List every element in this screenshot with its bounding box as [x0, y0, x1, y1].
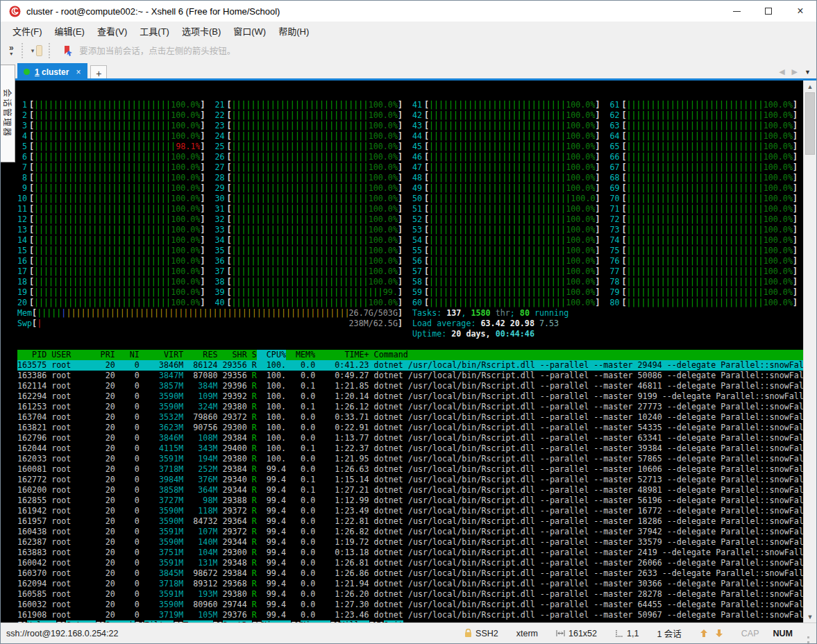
tab-scroll-right-icon[interactable]: ▶ — [792, 67, 798, 76]
cpu-meter-32: 32[|||||||||||||||||||||||||||||||||||||… — [215, 214, 403, 225]
terminal[interactable]: 1[||||||||||||||||||||||||||||||||||||||… — [1, 80, 803, 622]
process-row-160042: 160042 root2003591M131M29348R99.40.01:26… — [17, 558, 803, 568]
cpu-meter-30: 30[|||||||||||||||||||||||||||||||||||||… — [215, 194, 403, 204]
window-title: cluster - root@compute002:~ - Xshell 6 (… — [26, 6, 280, 17]
toolbar-separator — [49, 43, 52, 58]
process-row-160200: 160200 root2003858M364M29344R99.40.11:27… — [17, 485, 803, 495]
process-row-160370: 160370 root2003845M9867229384R99.40.01:2… — [17, 568, 803, 579]
menu-file[interactable]: 文件(F) — [6, 22, 49, 40]
menubar: 文件(F) 编辑(E) 查看(V) 工具(T) 选项卡(B) 窗口(W) 帮助(… — [1, 22, 816, 40]
minimize-button[interactable] — [721, 1, 752, 22]
cpu-meter-6: 6[||||||||||||||||||||||||||||||||||||||… — [17, 152, 205, 162]
menu-window[interactable]: 窗口(W) — [227, 22, 272, 40]
cpu-meter-68: 68[|||||||||||||||||||||||||||||||||||||… — [610, 173, 798, 183]
sidebar-session-manager-tab[interactable]: 会话管理器 — [1, 65, 15, 162]
arrow-down-icon[interactable] — [715, 629, 723, 638]
close-button[interactable]: × — [784, 1, 816, 22]
process-row-161908: 161908 root2003719M105M29376R99.40.01:23… — [17, 610, 803, 620]
cpu-meter-25: 25[|||||||||||||||||||||||||||||||||||||… — [215, 142, 403, 152]
scroll-up-icon[interactable]: ▲ — [804, 80, 816, 92]
process-row-163704: 163704 root2003532M7986029372R100.0.00:3… — [17, 412, 803, 423]
cpu-meter-23: 23[|||||||||||||||||||||||||||||||||||||… — [215, 121, 403, 131]
cpu-meter-36: 36[|||||||||||||||||||||||||||||||||||||… — [215, 256, 403, 266]
tab-close-icon[interactable]: × — [76, 67, 81, 77]
cpu-meter-18: 18[|||||||||||||||||||||||||||||||||||||… — [17, 277, 205, 287]
column-header-time: TIME+ — [315, 350, 369, 360]
cpu-meter-33: 33[|||||||||||||||||||||||||||||||||||||… — [215, 225, 403, 235]
cpu-meter-64: 64[|||||||||||||||||||||||||||||||||||||… — [610, 131, 798, 142]
session-manager-label: 会话管理器 — [2, 89, 14, 137]
column-header-ni: NI — [115, 350, 140, 360]
cpu-meter-50: 50[|||||||||||||||||||||||||||||||||||||… — [412, 194, 600, 204]
fkey-f7: F7 — [252, 620, 262, 622]
column-header-cpu: CPU% — [257, 350, 286, 360]
resize-grip[interactable] — [802, 636, 809, 643]
cpu-meters: 1[||||||||||||||||||||||||||||||||||||||… — [17, 100, 798, 308]
cpu-meter-24: 24[|||||||||||||||||||||||||||||||||||||… — [215, 131, 403, 142]
cpu-meter-38: 38[|||||||||||||||||||||||||||||||||||||… — [215, 277, 403, 287]
cpu-meter-14: 14[|||||||||||||||||||||||||||||||||||||… — [17, 235, 205, 246]
cpu-meter-65: 65[|||||||||||||||||||||||||||||||||||||… — [610, 142, 798, 152]
process-row-163883: 163883 root2003751M104M29300R99.40.00:13… — [17, 548, 803, 558]
cpu-meter-47: 47[|||||||||||||||||||||||||||||||||||||… — [412, 162, 600, 173]
cpu-meter-58: 58[|||||||||||||||||||||||||||||||||||||… — [412, 277, 600, 287]
menu-tab[interactable]: 选项卡(B) — [176, 22, 227, 40]
toolbar-hint-text: 要添加当前会话，点击左侧的箭头按钮。 — [79, 44, 235, 57]
toolbar-overflow-button[interactable]: » ▾ — [5, 44, 18, 57]
cpu-meter-62: 62[|||||||||||||||||||||||||||||||||||||… — [610, 110, 798, 121]
terminal-scrollbar[interactable]: ▲ ▼ — [803, 80, 816, 622]
scroll-down-icon[interactable]: ▼ — [804, 611, 816, 622]
tab-label: 1 cluster — [35, 67, 69, 77]
cpu-meter-4: 4[||||||||||||||||||||||||||||||||||||||… — [17, 131, 205, 142]
menu-help[interactable]: 帮助(H) — [272, 22, 315, 40]
xshell-window: cluster - root@compute002:~ - Xshell 6 (… — [0, 0, 817, 644]
process-row-161253: 161253 root2003590M324M29380R100.0.11:26… — [17, 402, 803, 412]
cpu-meter-22: 22[|||||||||||||||||||||||||||||||||||||… — [215, 110, 403, 121]
cpu-meter-42: 42[|||||||||||||||||||||||||||||||||||||… — [412, 110, 600, 121]
maximize-button[interactable] — [752, 1, 784, 22]
xshell-logo-icon — [9, 6, 21, 17]
tab-list-dropdown-icon[interactable]: ▼ — [805, 69, 811, 76]
cpu-meter-63: 63[|||||||||||||||||||||||||||||||||||||… — [610, 121, 798, 131]
cpu-meter-20: 20[|||||||||||||||||||||||||||||||||||||… — [17, 298, 205, 308]
session-dropdown-button[interactable]: ▾ — [28, 45, 46, 56]
process-row-162094: 162094 root2003718M8931229368R99.40.01:2… — [17, 579, 803, 589]
process-row-160032: 160032 root2003590M8096029744R99.40.01:2… — [17, 600, 803, 610]
process-table: 163575 root2003846M8612429356R100.0.00:4… — [17, 360, 803, 620]
cpu-meter-19: 19[|||||||||||||||||||||||||||||||||||||… — [17, 287, 205, 298]
tab-scroll-left-icon[interactable]: ◀ — [779, 67, 784, 76]
session-count: 1 会话 — [657, 627, 681, 640]
column-header-shr: SHR — [217, 350, 246, 360]
terminal-area: 1[||||||||||||||||||||||||||||||||||||||… — [1, 80, 816, 622]
cpu-meter-11: 11[|||||||||||||||||||||||||||||||||||||… — [17, 204, 205, 214]
cpu-meter-80: 80[|||||||||||||||||||||||||||||||||||||… — [610, 298, 798, 308]
cpu-meter-15: 15[|||||||||||||||||||||||||||||||||||||… — [17, 246, 205, 256]
fkey-label-quit: Quit — [384, 620, 403, 622]
cpu-meter-54: 54[|||||||||||||||||||||||||||||||||||||… — [412, 235, 600, 246]
process-row-162796: 162796 root2003846M108M29384R100.0.01:13… — [17, 433, 803, 443]
fkey-f5: F5 — [174, 620, 183, 622]
process-table-header: PID USERPRINIVIRTRESSHRSCPU%MEM%TIME+ Co… — [17, 350, 803, 360]
cpu-meter-17: 17[|||||||||||||||||||||||||||||||||||||… — [17, 266, 205, 277]
cpu-meter-34: 34[|||||||||||||||||||||||||||||||||||||… — [215, 235, 403, 246]
session-doc-icon — [36, 45, 42, 56]
process-row-163386: 163386 root2003847M8708029356R100.0.00:4… — [17, 371, 803, 381]
process-row-162114: 162114 root2003857M384M29396R100.0.11:21… — [17, 381, 803, 391]
toolbar-separator — [22, 43, 25, 58]
menu-edit[interactable]: 编辑(E) — [49, 22, 91, 40]
swp-label: Swp — [17, 319, 32, 329]
swp-bar: |238M/62.5G — [37, 319, 398, 329]
arrow-up-icon[interactable] — [700, 629, 708, 638]
fkey-label-nice -: Nice - — [262, 620, 291, 622]
terminal-type: xterm — [516, 629, 538, 638]
cpu-meter-12: 12[|||||||||||||||||||||||||||||||||||||… — [17, 214, 205, 225]
cpu-meter-49: 49[|||||||||||||||||||||||||||||||||||||… — [412, 183, 600, 194]
mem-label: Mem — [17, 308, 32, 319]
cpu-meter-41: 41[|||||||||||||||||||||||||||||||||||||… — [412, 100, 600, 110]
scrollbar-thumb[interactable] — [805, 92, 815, 155]
menu-tools[interactable]: 工具(T) — [133, 22, 176, 40]
cpu-meter-43: 43[|||||||||||||||||||||||||||||||||||||… — [412, 121, 600, 131]
process-row-162033: 162033 root2003591M194M29380R100.0.01:21… — [17, 454, 803, 464]
menu-view[interactable]: 查看(V) — [91, 22, 133, 40]
column-header-res: RES — [183, 350, 217, 360]
